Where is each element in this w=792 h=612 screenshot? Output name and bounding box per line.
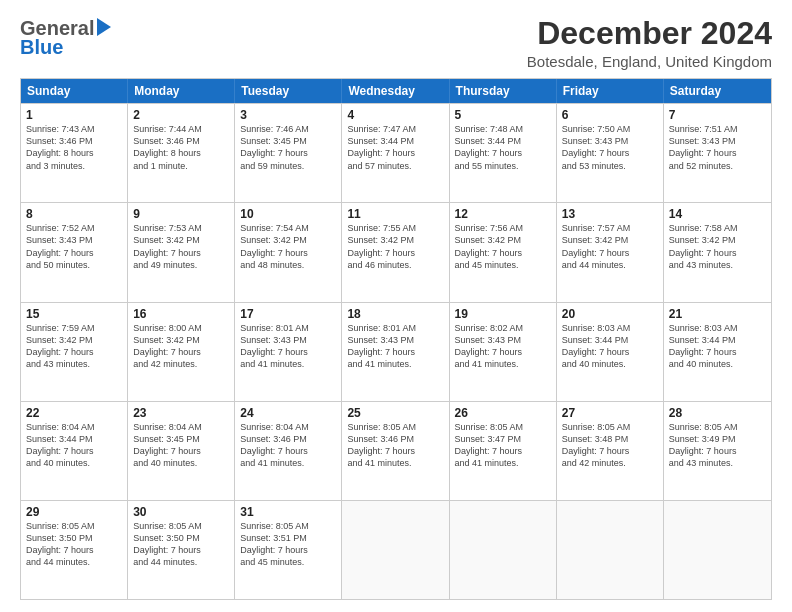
calendar-cell: 5Sunrise: 7:48 AM Sunset: 3:44 PM Daylig…	[450, 104, 557, 202]
day-info: Sunrise: 7:54 AM Sunset: 3:42 PM Dayligh…	[240, 222, 336, 271]
calendar-row: 1Sunrise: 7:43 AM Sunset: 3:46 PM Daylig…	[21, 103, 771, 202]
day-info: Sunrise: 8:04 AM Sunset: 3:44 PM Dayligh…	[26, 421, 122, 470]
day-info: Sunrise: 7:47 AM Sunset: 3:44 PM Dayligh…	[347, 123, 443, 172]
day-number: 12	[455, 207, 551, 221]
header-day-saturday: Saturday	[664, 79, 771, 103]
day-number: 29	[26, 505, 122, 519]
calendar-body: 1Sunrise: 7:43 AM Sunset: 3:46 PM Daylig…	[21, 103, 771, 599]
calendar-cell: 20Sunrise: 8:03 AM Sunset: 3:44 PM Dayli…	[557, 303, 664, 401]
day-number: 1	[26, 108, 122, 122]
day-info: Sunrise: 8:05 AM Sunset: 3:50 PM Dayligh…	[133, 520, 229, 569]
calendar-row: 8Sunrise: 7:52 AM Sunset: 3:43 PM Daylig…	[21, 202, 771, 301]
day-info: Sunrise: 8:05 AM Sunset: 3:46 PM Dayligh…	[347, 421, 443, 470]
calendar-cell: 15Sunrise: 7:59 AM Sunset: 3:42 PM Dayli…	[21, 303, 128, 401]
day-info: Sunrise: 7:51 AM Sunset: 3:43 PM Dayligh…	[669, 123, 766, 172]
day-number: 21	[669, 307, 766, 321]
calendar-cell: 8Sunrise: 7:52 AM Sunset: 3:43 PM Daylig…	[21, 203, 128, 301]
calendar-cell: 29Sunrise: 8:05 AM Sunset: 3:50 PM Dayli…	[21, 501, 128, 599]
day-info: Sunrise: 8:05 AM Sunset: 3:48 PM Dayligh…	[562, 421, 658, 470]
day-number: 25	[347, 406, 443, 420]
day-info: Sunrise: 7:50 AM Sunset: 3:43 PM Dayligh…	[562, 123, 658, 172]
day-info: Sunrise: 7:59 AM Sunset: 3:42 PM Dayligh…	[26, 322, 122, 371]
day-number: 14	[669, 207, 766, 221]
day-number: 6	[562, 108, 658, 122]
day-info: Sunrise: 8:05 AM Sunset: 3:51 PM Dayligh…	[240, 520, 336, 569]
day-number: 27	[562, 406, 658, 420]
header-day-tuesday: Tuesday	[235, 79, 342, 103]
day-number: 13	[562, 207, 658, 221]
day-number: 26	[455, 406, 551, 420]
day-number: 30	[133, 505, 229, 519]
calendar-row: 29Sunrise: 8:05 AM Sunset: 3:50 PM Dayli…	[21, 500, 771, 599]
calendar-cell: 11Sunrise: 7:55 AM Sunset: 3:42 PM Dayli…	[342, 203, 449, 301]
month-title: December 2024	[527, 16, 772, 51]
day-number: 28	[669, 406, 766, 420]
day-number: 19	[455, 307, 551, 321]
header-day-sunday: Sunday	[21, 79, 128, 103]
day-number: 22	[26, 406, 122, 420]
header-day-friday: Friday	[557, 79, 664, 103]
day-info: Sunrise: 7:43 AM Sunset: 3:46 PM Dayligh…	[26, 123, 122, 172]
day-number: 9	[133, 207, 229, 221]
day-info: Sunrise: 8:05 AM Sunset: 3:49 PM Dayligh…	[669, 421, 766, 470]
location-title: Botesdale, England, United Kingdom	[527, 53, 772, 70]
day-info: Sunrise: 7:57 AM Sunset: 3:42 PM Dayligh…	[562, 222, 658, 271]
header-day-thursday: Thursday	[450, 79, 557, 103]
day-info: Sunrise: 7:44 AM Sunset: 3:46 PM Dayligh…	[133, 123, 229, 172]
calendar-cell	[557, 501, 664, 599]
day-number: 17	[240, 307, 336, 321]
day-info: Sunrise: 8:01 AM Sunset: 3:43 PM Dayligh…	[240, 322, 336, 371]
day-info: Sunrise: 7:52 AM Sunset: 3:43 PM Dayligh…	[26, 222, 122, 271]
calendar-cell: 1Sunrise: 7:43 AM Sunset: 3:46 PM Daylig…	[21, 104, 128, 202]
calendar-row: 22Sunrise: 8:04 AM Sunset: 3:44 PM Dayli…	[21, 401, 771, 500]
day-number: 15	[26, 307, 122, 321]
calendar-cell: 9Sunrise: 7:53 AM Sunset: 3:42 PM Daylig…	[128, 203, 235, 301]
day-info: Sunrise: 8:01 AM Sunset: 3:43 PM Dayligh…	[347, 322, 443, 371]
calendar-cell: 2Sunrise: 7:44 AM Sunset: 3:46 PM Daylig…	[128, 104, 235, 202]
calendar-cell: 18Sunrise: 8:01 AM Sunset: 3:43 PM Dayli…	[342, 303, 449, 401]
calendar-cell: 27Sunrise: 8:05 AM Sunset: 3:48 PM Dayli…	[557, 402, 664, 500]
header-day-wednesday: Wednesday	[342, 79, 449, 103]
calendar-cell	[450, 501, 557, 599]
svg-marker-0	[97, 18, 111, 36]
calendar-cell: 24Sunrise: 8:04 AM Sunset: 3:46 PM Dayli…	[235, 402, 342, 500]
day-info: Sunrise: 7:56 AM Sunset: 3:42 PM Dayligh…	[455, 222, 551, 271]
day-number: 8	[26, 207, 122, 221]
day-info: Sunrise: 8:02 AM Sunset: 3:43 PM Dayligh…	[455, 322, 551, 371]
calendar-cell: 3Sunrise: 7:46 AM Sunset: 3:45 PM Daylig…	[235, 104, 342, 202]
calendar-cell: 31Sunrise: 8:05 AM Sunset: 3:51 PM Dayli…	[235, 501, 342, 599]
calendar-cell: 6Sunrise: 7:50 AM Sunset: 3:43 PM Daylig…	[557, 104, 664, 202]
logo-triangle	[97, 18, 111, 40]
calendar-cell: 30Sunrise: 8:05 AM Sunset: 3:50 PM Dayli…	[128, 501, 235, 599]
day-number: 4	[347, 108, 443, 122]
calendar-cell: 17Sunrise: 8:01 AM Sunset: 3:43 PM Dayli…	[235, 303, 342, 401]
calendar-cell: 23Sunrise: 8:04 AM Sunset: 3:45 PM Dayli…	[128, 402, 235, 500]
calendar-cell: 7Sunrise: 7:51 AM Sunset: 3:43 PM Daylig…	[664, 104, 771, 202]
title-block: December 2024 Botesdale, England, United…	[527, 16, 772, 70]
calendar-cell: 14Sunrise: 7:58 AM Sunset: 3:42 PM Dayli…	[664, 203, 771, 301]
day-number: 11	[347, 207, 443, 221]
header-day-monday: Monday	[128, 79, 235, 103]
calendar-cell: 19Sunrise: 8:02 AM Sunset: 3:43 PM Dayli…	[450, 303, 557, 401]
day-number: 18	[347, 307, 443, 321]
calendar-cell: 21Sunrise: 8:03 AM Sunset: 3:44 PM Dayli…	[664, 303, 771, 401]
day-info: Sunrise: 7:55 AM Sunset: 3:42 PM Dayligh…	[347, 222, 443, 271]
calendar-row: 15Sunrise: 7:59 AM Sunset: 3:42 PM Dayli…	[21, 302, 771, 401]
day-number: 3	[240, 108, 336, 122]
day-info: Sunrise: 7:58 AM Sunset: 3:42 PM Dayligh…	[669, 222, 766, 271]
day-info: Sunrise: 8:05 AM Sunset: 3:50 PM Dayligh…	[26, 520, 122, 569]
page-header: General Blue December 2024 Botesdale, En…	[20, 16, 772, 70]
calendar-cell: 28Sunrise: 8:05 AM Sunset: 3:49 PM Dayli…	[664, 402, 771, 500]
day-info: Sunrise: 7:53 AM Sunset: 3:42 PM Dayligh…	[133, 222, 229, 271]
calendar-page: General Blue December 2024 Botesdale, En…	[0, 0, 792, 612]
day-info: Sunrise: 8:05 AM Sunset: 3:47 PM Dayligh…	[455, 421, 551, 470]
day-number: 2	[133, 108, 229, 122]
day-number: 20	[562, 307, 658, 321]
day-number: 7	[669, 108, 766, 122]
logo: General Blue	[20, 16, 111, 59]
day-info: Sunrise: 8:03 AM Sunset: 3:44 PM Dayligh…	[562, 322, 658, 371]
day-info: Sunrise: 8:03 AM Sunset: 3:44 PM Dayligh…	[669, 322, 766, 371]
calendar-cell	[664, 501, 771, 599]
calendar-cell: 25Sunrise: 8:05 AM Sunset: 3:46 PM Dayli…	[342, 402, 449, 500]
day-info: Sunrise: 7:46 AM Sunset: 3:45 PM Dayligh…	[240, 123, 336, 172]
